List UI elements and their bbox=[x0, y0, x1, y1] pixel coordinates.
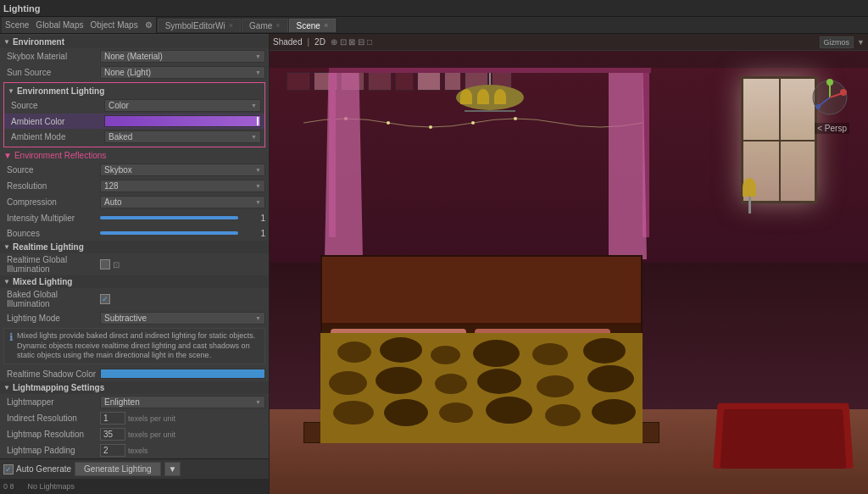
mixed-arrow: ▼ bbox=[3, 278, 10, 286]
gizmo-widget bbox=[809, 76, 851, 119]
section-realtime-label: Realtime Lighting bbox=[13, 242, 84, 252]
ambient-color-swatch[interactable] bbox=[104, 115, 261, 127]
slider-bounces-value: 1 bbox=[242, 229, 265, 238]
dropdown-skybox[interactable]: None (Material) bbox=[100, 50, 265, 63]
label-ref-resolution: Resolution bbox=[7, 181, 100, 191]
svg-point-2 bbox=[429, 125, 432, 129]
env-arrow: ▼ bbox=[3, 38, 10, 46]
slider-bounces: 1 bbox=[100, 229, 265, 238]
section-lightmapping[interactable]: ▼ Lightmapping Settings bbox=[0, 381, 269, 394]
dropdown-env-source[interactable]: Color bbox=[104, 99, 261, 112]
label-lighting-mode: Lighting Mode bbox=[7, 314, 100, 323]
svg-point-1 bbox=[387, 121, 390, 125]
section-environment-label: Environment bbox=[13, 37, 64, 47]
string-lights bbox=[303, 123, 715, 125]
label-ref-source: Source bbox=[7, 165, 100, 175]
svg-point-3 bbox=[471, 121, 475, 125]
section-env-reflections[interactable]: ▼ Environment Reflections bbox=[0, 149, 269, 162]
val-lighting-mode: Subtractive bbox=[100, 312, 265, 325]
spot-12 bbox=[587, 365, 634, 392]
slider-intensity: 1 bbox=[100, 214, 265, 223]
slider-bounces-track[interactable] bbox=[100, 231, 238, 235]
tab-scene[interactable]: Scene × bbox=[289, 19, 337, 32]
label-lightmap-padding: Lightmap Padding bbox=[7, 446, 100, 455]
dropdown-lighting-mode[interactable]: Subtractive bbox=[100, 312, 265, 325]
tab-symboleditor[interactable]: SymbolEditorWi × bbox=[158, 19, 241, 32]
side-lamp bbox=[741, 178, 758, 220]
chandelier-body bbox=[456, 85, 524, 110]
chandelier bbox=[439, 68, 541, 119]
curtain-left bbox=[325, 73, 363, 259]
slider-intensity-track[interactable] bbox=[100, 216, 238, 219]
section-mixed[interactable]: ▼ Mixed Lighting bbox=[0, 275, 269, 288]
info-text: Mixed lights provide baked direct and in… bbox=[17, 331, 259, 361]
dropdown-ambient-mode[interactable]: Baked bbox=[104, 130, 261, 143]
viewport-shading[interactable]: Shaded bbox=[273, 37, 302, 47]
realtime-gi-icon: ⊡ bbox=[113, 260, 120, 269]
dropdown-ref-compression[interactable]: Auto bbox=[100, 196, 265, 208]
check-realtime-gi[interactable] bbox=[100, 259, 110, 269]
spot-9 bbox=[435, 374, 467, 394]
section-environment[interactable]: ▼ Environment bbox=[0, 36, 269, 48]
tab-symboleditor-close[interactable]: × bbox=[229, 21, 233, 30]
spot-7 bbox=[329, 371, 367, 395]
status-no-lightmaps: No Lightmaps bbox=[28, 482, 75, 491]
check-baked-gi[interactable]: ✓ bbox=[100, 294, 110, 304]
label-intensity-mult: Intensity Multiplier bbox=[7, 214, 100, 223]
panel-tab-scene[interactable]: Scene bbox=[5, 20, 29, 30]
section-mixed-label: Mixed Lighting bbox=[13, 277, 73, 286]
panel-tab-globalmaps[interactable]: Global Maps bbox=[36, 20, 83, 30]
label-skybox: Skybox Material bbox=[7, 52, 100, 61]
check-auto-gen[interactable]: ✓ bbox=[3, 464, 14, 475]
headboard bbox=[322, 257, 641, 325]
input-indirect-res[interactable] bbox=[100, 412, 125, 425]
row-ref-compression: Compression Auto bbox=[0, 194, 269, 210]
panel-settings-btn[interactable]: ⚙ bbox=[145, 20, 153, 30]
row-ambient-color: Ambient Color bbox=[4, 114, 264, 129]
slider-bounces-fill bbox=[100, 231, 238, 235]
label-indirect-res: Indirect Resolution bbox=[7, 414, 100, 423]
val-indirect-res: texels per unit bbox=[100, 412, 265, 425]
gizmos-arrow[interactable]: ▼ bbox=[857, 38, 865, 47]
row-skybox-material: Skybox Material None (Material) bbox=[0, 48, 269, 64]
label-env-source: Source bbox=[11, 101, 104, 110]
row-baked-gi: Baked Global Illumination ✓ bbox=[0, 288, 269, 310]
val-ref-resolution: 128 bbox=[100, 180, 265, 192]
art-5 bbox=[395, 72, 414, 91]
dropdown-lightmapper[interactable]: Enlighten bbox=[100, 396, 265, 408]
tab-scene-close[interactable]: × bbox=[324, 21, 328, 30]
svg-point-4 bbox=[514, 117, 517, 120]
val-sun: None (Light) bbox=[100, 66, 265, 79]
val-lightmap-padding: texels bbox=[100, 444, 265, 457]
art-6 bbox=[417, 72, 441, 91]
input-lightmap-res[interactable] bbox=[100, 428, 125, 441]
row-ref-resolution: Resolution 128 bbox=[0, 178, 269, 194]
row-lightmapper: Lightmapper Enlighten bbox=[0, 394, 269, 410]
section-realtime[interactable]: ▼ Realtime Lighting bbox=[0, 241, 269, 253]
input-lightmap-padding[interactable] bbox=[100, 444, 125, 457]
svg-point-9 bbox=[840, 89, 847, 96]
gizmos-btn[interactable]: Gizmos bbox=[820, 36, 854, 48]
scene-tab-bar: Scene Global Maps Object Maps ⚙ SymbolEd… bbox=[0, 17, 868, 34]
shadow-color-swatch[interactable] bbox=[100, 369, 265, 379]
val-ambient-color bbox=[104, 115, 261, 127]
tab-game-close[interactable]: × bbox=[275, 21, 280, 30]
section-env-lighting[interactable]: ▼ Environment Lighting bbox=[4, 85, 264, 97]
row-lightmap-res: Lightmap Resolution texels per unit bbox=[0, 426, 269, 442]
panel-tab-objectmaps[interactable]: Object Maps bbox=[91, 20, 138, 30]
lamp-3 bbox=[494, 89, 506, 104]
spot-3 bbox=[431, 346, 460, 364]
viewport-2d[interactable]: 2D bbox=[314, 37, 326, 47]
val-ref-source: Skybox bbox=[100, 164, 265, 176]
env-lighting-box: ▼ Environment Lighting Source Color Ambi… bbox=[3, 82, 265, 147]
spot-16 bbox=[486, 397, 532, 424]
spot-15 bbox=[439, 402, 473, 423]
generate-arrow-button[interactable]: ▼ bbox=[164, 462, 181, 476]
generate-lighting-button[interactable]: Generate Lighting bbox=[75, 462, 161, 476]
viewport-scene: < Persp bbox=[270, 51, 868, 494]
dropdown-ref-resolution[interactable]: 128 bbox=[100, 180, 265, 192]
tab-game[interactable]: Game × bbox=[242, 19, 288, 32]
dropdown-ref-source[interactable]: Skybox bbox=[100, 164, 265, 176]
dropdown-sun[interactable]: None (Light) bbox=[100, 66, 265, 79]
val-shadow-color bbox=[100, 369, 265, 379]
